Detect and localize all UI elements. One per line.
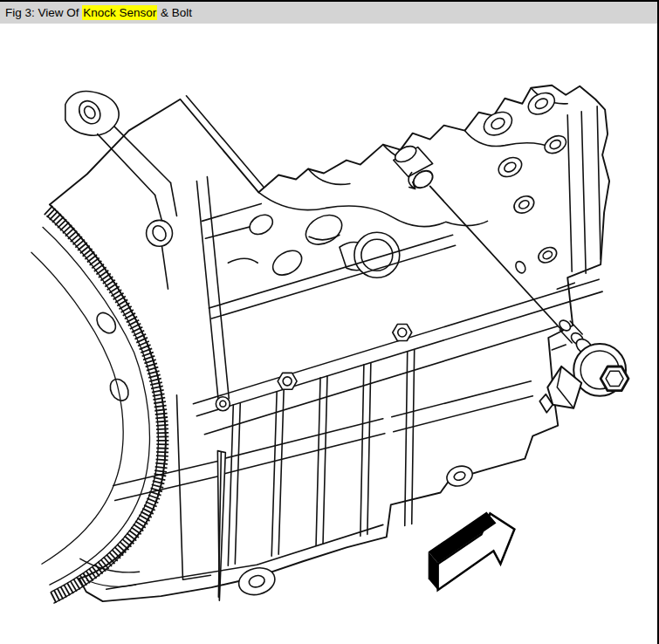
caption-text-suffix: & Bolt [157, 6, 192, 19]
caption-highlighted-text: Knock Sensor [82, 5, 157, 20]
caption-text: Fig 3: View Of [5, 6, 82, 19]
engine-illustration [0, 24, 657, 644]
figure-caption-bar: Fig 3: View Of Knock Sensor & Bolt [0, 2, 657, 24]
knock-sensor [539, 344, 628, 413]
figure-viewer-window: Fig 3: View Of Knock Sensor & Bolt [0, 0, 659, 644]
direction-arrow [429, 511, 515, 590]
